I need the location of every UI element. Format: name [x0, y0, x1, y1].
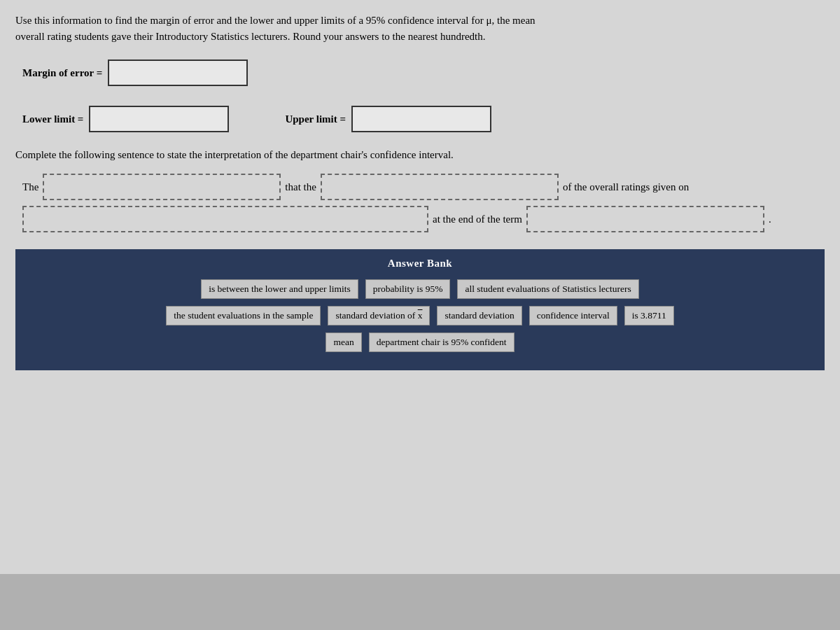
chip-between-limits[interactable]: is between the lower and upper limits — [201, 279, 358, 299]
chip-student-evaluations-sample[interactable]: the student evaluations in the sample — [166, 306, 321, 326]
sentence-blank-4[interactable] — [526, 206, 764, 232]
chip-std-dev[interactable]: standard deviation — [437, 306, 522, 326]
sentence-at-end: at the end of the term — [433, 214, 522, 225]
chip-dept-chair-confident[interactable]: department chair is 95% confident — [369, 332, 514, 352]
instruction-line1: Use this information to find the margin … — [15, 13, 825, 29]
upper-limit-group: Upper limit = — [285, 106, 491, 132]
chip-confidence-interval[interactable]: confidence interval — [529, 306, 617, 326]
upper-limit-label: Upper limit = — [285, 113, 346, 125]
sentence-that-the: that the — [285, 181, 316, 193]
sentence-the: The — [22, 181, 38, 193]
chip-mean[interactable]: mean — [326, 332, 361, 352]
sentence-row1: The that the of the overall ratings give… — [22, 174, 825, 200]
answer-bank-section: Answer Bank is between the lower and upp… — [15, 249, 825, 370]
sentence-period: . — [769, 214, 771, 225]
lower-limit-label: Lower limit = — [22, 113, 83, 125]
instruction-line2: overall rating students gave their Intro… — [15, 29, 825, 45]
chip-probability[interactable]: probability is 95% — [365, 279, 451, 299]
answer-bank-title: Answer Bank — [27, 258, 813, 270]
answer-bank-row-1: is between the lower and upper limits pr… — [27, 279, 813, 299]
sentence-blank-2[interactable] — [321, 174, 559, 200]
instructions: Use this information to find the margin … — [15, 13, 825, 44]
answer-bank-row-3: mean department chair is 95% confident — [27, 332, 813, 352]
sentence-blank-3[interactable] — [22, 206, 428, 232]
margin-of-error-label: Margin of error = — [22, 67, 102, 79]
sentence-blank-1[interactable] — [43, 174, 281, 200]
margin-of-error-row: Margin of error = — [22, 59, 825, 86]
chip-is-3-8711[interactable]: is 3.8711 — [624, 306, 674, 326]
margin-of-error-input[interactable] — [108, 59, 248, 86]
xbar-symbol: x — [418, 310, 423, 321]
bottom-area — [0, 574, 840, 630]
complete-sentence-label: Complete the following sentence to state… — [15, 149, 825, 161]
lower-limit-input[interactable] — [89, 106, 229, 132]
sentence-row2: at the end of the term . — [22, 206, 825, 232]
limits-row: Lower limit = Upper limit = — [22, 106, 825, 132]
upper-limit-input[interactable] — [351, 106, 491, 132]
chip-std-dev-xbar[interactable]: standard deviation of x — [328, 306, 430, 326]
chip-all-students[interactable]: all student evaluations of Statistics le… — [457, 279, 638, 299]
lower-limit-group: Lower limit = — [22, 106, 229, 132]
sentence-of-overall: of the overall ratings given on — [563, 181, 689, 193]
answer-bank-row-2: the student evaluations in the sample st… — [27, 306, 813, 326]
